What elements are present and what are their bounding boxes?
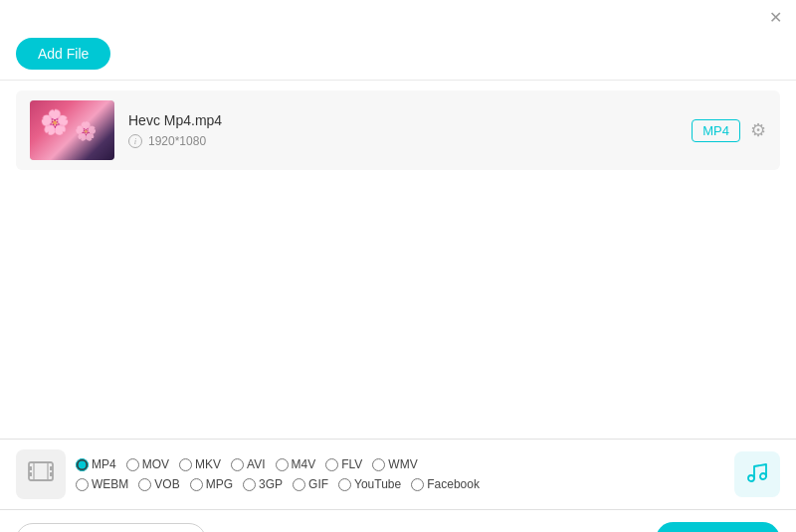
format-icon-wrap	[16, 449, 66, 499]
radio-mov[interactable]: MOV	[126, 457, 169, 471]
settings-icon[interactable]: ⚙	[750, 119, 766, 141]
radio-wmv[interactable]: WMV	[372, 457, 417, 471]
music-icon-wrap[interactable]	[734, 451, 780, 497]
format-badge[interactable]: MP4	[692, 119, 740, 142]
radio-m4v[interactable]: M4V	[276, 457, 316, 471]
radio-facebook[interactable]: Facebook	[411, 477, 480, 491]
radio-mpg[interactable]: MPG	[190, 477, 233, 491]
radio-youtube[interactable]: YouTube	[338, 477, 401, 491]
format-options: MP4 MOV MKV AVI M4V FLV	[76, 457, 724, 491]
close-button[interactable]: ✕	[766, 8, 784, 26]
radio-gif[interactable]: GIF	[293, 477, 328, 491]
info-icon: i	[128, 134, 142, 148]
svg-rect-3	[50, 466, 53, 470]
format-row-2: WEBM VOB MPG 3GP GIF YouTube	[76, 477, 724, 491]
file-item: Hevc Mp4.mp4 i 1920*1080 MP4 ⚙	[16, 90, 780, 170]
file-name: Hevc Mp4.mp4	[128, 112, 678, 128]
file-info: Hevc Mp4.mp4 i 1920*1080	[128, 112, 678, 148]
action-bar: ⬇ Install Desktop Version Convert	[0, 509, 796, 532]
file-thumbnail	[30, 100, 114, 160]
file-list: Hevc Mp4.mp4 i 1920*1080 MP4 ⚙	[0, 81, 796, 180]
convert-button[interactable]: Convert	[656, 522, 780, 532]
radio-vob[interactable]: VOB	[138, 477, 179, 491]
add-file-button[interactable]: Add File	[16, 38, 110, 70]
svg-rect-1	[29, 466, 32, 470]
radio-avi[interactable]: AVI	[231, 457, 265, 471]
file-resolution: 1920*1080	[148, 134, 206, 148]
toolbar: Add File	[0, 30, 796, 81]
format-row-1: MP4 MOV MKV AVI M4V FLV	[76, 457, 724, 471]
file-actions: MP4 ⚙	[692, 119, 766, 142]
radio-3gp[interactable]: 3GP	[243, 477, 283, 491]
format-bar: MP4 MOV MKV AVI M4V FLV	[0, 439, 796, 509]
film-icon	[27, 457, 55, 491]
svg-point-7	[748, 475, 754, 481]
radio-webm[interactable]: WEBM	[76, 477, 128, 491]
file-meta: i 1920*1080	[128, 134, 678, 148]
radio-flv[interactable]: FLV	[325, 457, 362, 471]
main-content	[0, 180, 796, 439]
install-desktop-button[interactable]: ⬇ Install Desktop Version	[16, 523, 206, 533]
svg-rect-4	[50, 472, 53, 476]
music-icon	[745, 460, 769, 488]
title-bar: ✕	[0, 0, 796, 30]
svg-rect-0	[29, 462, 53, 480]
radio-mp4[interactable]: MP4	[76, 457, 116, 471]
svg-rect-2	[29, 472, 32, 476]
radio-mkv[interactable]: MKV	[179, 457, 221, 471]
